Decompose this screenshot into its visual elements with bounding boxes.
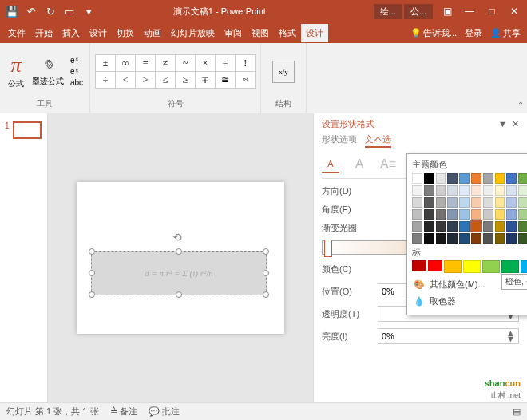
color-swatch[interactable] xyxy=(412,221,422,232)
symbol-cell[interactable]: × xyxy=(196,55,215,71)
color-swatch[interactable] xyxy=(428,260,442,271)
context-tab-equation[interactable]: 公... xyxy=(404,4,433,19)
symbol-cell[interactable]: ≥ xyxy=(176,72,195,88)
symbol-cell[interactable]: ≈ xyxy=(236,72,255,88)
tab-format[interactable]: 格式 xyxy=(274,24,301,42)
eyedropper-item[interactable]: 💧 取色器 xyxy=(412,293,527,310)
resize-handle[interactable] xyxy=(176,248,182,255)
color-swatch[interactable] xyxy=(424,185,434,196)
text-effects-icon[interactable]: A xyxy=(351,156,368,173)
color-swatch[interactable] xyxy=(459,233,470,244)
color-swatch[interactable] xyxy=(471,221,481,232)
color-swatch[interactable] xyxy=(495,233,505,244)
color-swatch[interactable] xyxy=(483,197,493,208)
color-swatch[interactable] xyxy=(518,221,527,232)
color-swatch[interactable] xyxy=(518,173,527,184)
symbol-cell[interactable]: ≤ xyxy=(156,72,175,88)
minimize-icon[interactable]: — xyxy=(460,2,479,20)
color-swatch[interactable] xyxy=(483,233,493,244)
tell-me[interactable]: 💡告诉我... xyxy=(407,26,460,41)
color-swatch[interactable] xyxy=(495,209,505,220)
color-swatch[interactable] xyxy=(471,209,481,220)
symbol-cell[interactable]: ~ xyxy=(176,55,195,71)
color-swatch[interactable] xyxy=(444,260,462,273)
symbol-cell[interactable]: ! xyxy=(236,55,255,71)
color-swatch[interactable] xyxy=(447,173,458,184)
symbol-cell[interactable]: ± xyxy=(96,55,115,71)
color-swatch[interactable] xyxy=(506,185,517,196)
color-swatch[interactable] xyxy=(412,209,422,220)
tab-review[interactable]: 审阅 xyxy=(220,24,247,42)
color-swatch[interactable] xyxy=(518,233,527,244)
brightness-spinner[interactable]: 0%▲▼ xyxy=(378,328,519,344)
symbol-cell[interactable]: > xyxy=(136,72,155,88)
thumbnail-1[interactable]: 1 xyxy=(5,121,42,139)
tab-equation-design[interactable]: 设计 xyxy=(301,24,328,42)
color-swatch[interactable] xyxy=(521,260,527,273)
color-swatch[interactable] xyxy=(459,185,470,196)
color-swatch[interactable] xyxy=(495,221,505,232)
login-button[interactable]: 登录 xyxy=(462,26,485,41)
color-swatch[interactable] xyxy=(412,233,422,244)
color-swatch[interactable] xyxy=(495,185,505,196)
tab-transitions[interactable]: 切换 xyxy=(112,24,139,42)
slide-canvas[interactable]: ⟲ a = π r² = Σ (i) r²/n xyxy=(77,182,284,334)
resize-handle[interactable] xyxy=(89,291,95,298)
color-swatch[interactable] xyxy=(424,173,434,184)
color-swatch[interactable] xyxy=(436,233,446,244)
undo-icon[interactable]: ↶ xyxy=(22,2,40,20)
color-swatch[interactable] xyxy=(483,209,493,220)
color-swatch[interactable] xyxy=(506,221,517,232)
symbol-cell[interactable]: ∓ xyxy=(196,72,215,88)
color-swatch[interactable] xyxy=(412,173,422,184)
panel-close-icon[interactable]: ✕ xyxy=(512,119,519,129)
resize-handle[interactable] xyxy=(263,291,269,298)
color-swatch[interactable] xyxy=(447,209,458,220)
color-swatch[interactable] xyxy=(471,233,481,244)
tab-slideshow[interactable]: 幻灯片放映 xyxy=(166,24,220,42)
ribbon-options-icon[interactable]: ▣ xyxy=(438,2,457,20)
color-swatch[interactable] xyxy=(459,197,470,208)
view-normal-icon[interactable]: ▤ xyxy=(513,406,521,417)
tab-file[interactable]: 文件 xyxy=(3,24,30,42)
symbol-cell[interactable]: < xyxy=(116,72,135,88)
resize-handle[interactable] xyxy=(89,248,95,255)
color-swatch[interactable] xyxy=(447,185,458,196)
color-swatch[interactable] xyxy=(436,173,446,184)
color-swatch[interactable] xyxy=(424,209,434,220)
normal-text-button[interactable]: abc xyxy=(69,77,85,88)
formula-button[interactable]: π 公式 xyxy=(5,52,27,91)
color-swatch[interactable] xyxy=(483,221,493,232)
color-swatch[interactable] xyxy=(482,260,500,273)
linear-button[interactable]: eˣ xyxy=(69,66,85,77)
collapse-ribbon-icon[interactable]: ⌃ xyxy=(517,101,524,109)
text-fill-icon[interactable]: A xyxy=(322,156,339,173)
color-swatch[interactable] xyxy=(412,260,426,271)
symbol-cell[interactable]: ≠ xyxy=(156,55,175,71)
color-swatch[interactable] xyxy=(506,173,517,184)
color-swatch[interactable] xyxy=(463,260,481,273)
color-swatch[interactable] xyxy=(471,173,481,184)
text-options-tab[interactable]: 文本选 xyxy=(365,133,391,148)
rotate-handle-icon[interactable]: ⟲ xyxy=(172,231,182,244)
tab-home[interactable]: 开始 xyxy=(30,24,57,42)
color-swatch[interactable] xyxy=(436,185,446,196)
resize-handle[interactable] xyxy=(263,248,269,255)
color-swatch[interactable] xyxy=(495,197,505,208)
color-swatch[interactable] xyxy=(506,233,517,244)
shape-options-tab[interactable]: 形状选项 xyxy=(322,133,357,148)
color-swatch[interactable] xyxy=(459,173,470,184)
color-swatch[interactable] xyxy=(518,185,527,196)
color-swatch[interactable] xyxy=(436,197,446,208)
panel-menu-icon[interactable]: ▼ xyxy=(498,119,507,129)
color-swatch[interactable] xyxy=(518,209,527,220)
color-swatch[interactable] xyxy=(424,221,434,232)
color-swatch[interactable] xyxy=(471,197,481,208)
tab-animations[interactable]: 动画 xyxy=(139,24,166,42)
professional-button[interactable]: eˣ xyxy=(69,55,85,65)
color-swatch[interactable] xyxy=(506,209,517,220)
redo-icon[interactable]: ↻ xyxy=(42,2,59,20)
color-swatch[interactable] xyxy=(447,233,458,244)
symbol-cell[interactable]: ≅ xyxy=(216,72,235,88)
tab-design[interactable]: 设计 xyxy=(85,24,112,42)
